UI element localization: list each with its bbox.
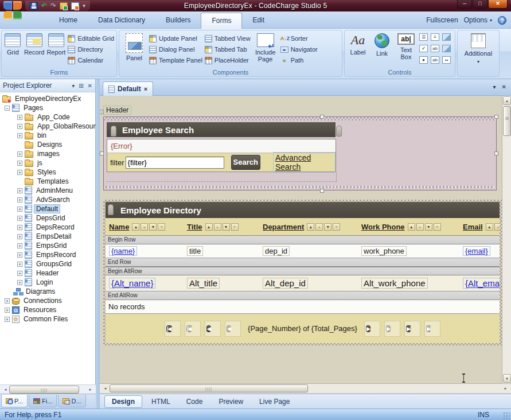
drag-handle[interactable] — [336, 126, 342, 137]
expand-icon[interactable] — [17, 216, 22, 221]
maximize-button[interactable]: □ — [473, 0, 487, 9]
expand-icon[interactable] — [17, 197, 22, 203]
sort-desc2-icon[interactable]: ▼ — [231, 223, 239, 231]
tree-item-designs[interactable]: Designs — [0, 140, 95, 149]
sort-asc2-icon[interactable]: ▲ — [214, 223, 221, 231]
email-link[interactable]: {email} — [463, 246, 490, 256]
sort-link-work-phone[interactable]: Work Phone — [361, 223, 405, 231]
view-tab-preview[interactable]: Preview — [212, 396, 250, 407]
sort-link-title[interactable]: Title — [187, 223, 202, 231]
tree-item-login[interactable]: Login — [0, 278, 95, 287]
checkbox-icon[interactable]: ✓ — [419, 45, 428, 52]
left-tab-project-explorer[interactable]: P... — [1, 395, 28, 407]
panel-splitter[interactable] — [96, 79, 100, 409]
view-tab-code[interactable]: Code — [180, 396, 210, 407]
fullscreen-button[interactable]: Fullscreen — [426, 16, 458, 24]
tree-item-app-code[interactable]: App_Code — [0, 112, 95, 122]
sort-desc2-icon[interactable]: ▼ — [158, 223, 165, 231]
alt-work-phone-cell[interactable]: Alt_work_phone — [361, 278, 428, 289]
sort-asc-icon[interactable]: ▲ — [307, 223, 314, 231]
selection-handle[interactable] — [320, 189, 324, 193]
hscroll-thumb[interactable] — [110, 384, 308, 392]
tab-builders[interactable]: Builders — [155, 11, 201, 29]
band-end-row[interactable]: End Row — [106, 258, 500, 267]
sort-link-name[interactable]: Name — [109, 223, 129, 231]
scroll-left-icon[interactable]: ◂ — [101, 384, 110, 392]
canvas-hscrollbar[interactable]: ◂ ▸ — [100, 383, 511, 393]
pager-last-disabled-button[interactable]: ▶| — [424, 321, 440, 337]
tree-item-header[interactable]: Header — [0, 269, 95, 278]
band-begin-altrow[interactable]: Begin AltRow — [106, 267, 500, 275]
scroll-right-icon[interactable]: ▸ — [86, 386, 95, 394]
expand-icon[interactable] — [17, 151, 22, 157]
selection-handle[interactable] — [494, 115, 498, 119]
selection-handle[interactable] — [100, 151, 104, 155]
pin-icon[interactable]: ⊞ — [79, 83, 83, 89]
expand-icon[interactable] — [17, 133, 22, 138]
expand-icon[interactable] — [17, 124, 22, 129]
tree-item-images[interactable]: images — [0, 149, 95, 158]
navigator-button[interactable]: ◂▸ Navigator — [280, 45, 318, 54]
alt-title-cell[interactable]: Alt_title — [187, 278, 220, 289]
pager-next-disabled-button[interactable]: ▶ — [384, 321, 400, 337]
resize-grip-icon[interactable] — [502, 411, 510, 419]
tree-item-bin[interactable]: bin — [0, 131, 95, 140]
tabbed-tab-button[interactable]: Tabbed Tab — [205, 45, 251, 54]
expand-icon[interactable] — [17, 170, 22, 175]
no-records-row[interactable]: No records — [106, 300, 500, 314]
sort-asc2-icon[interactable]: ▲ — [494, 223, 500, 231]
collapse-icon[interactable] — [5, 106, 10, 111]
tree-item-styles[interactable]: Styles — [0, 168, 95, 177]
tree-item-diagrams[interactable]: Diagrams — [0, 287, 95, 296]
expand-icon[interactable] — [5, 298, 10, 304]
hidden-icon[interactable]: •• — [442, 56, 451, 64]
expand-icon[interactable] — [17, 161, 22, 166]
pager-first-button[interactable]: |◀ — [165, 321, 181, 337]
view-tab-html[interactable]: HTML — [145, 396, 177, 407]
drag-handle[interactable] — [111, 126, 116, 137]
imagelink-icon[interactable] — [442, 45, 451, 52]
band-end-altrow[interactable]: End AltRow — [106, 291, 500, 300]
search-panel-titlebar[interactable]: Employee Search — [107, 122, 336, 137]
tree-item-common-files[interactable]: ⚙Common Files — [0, 314, 95, 324]
sort-asc-icon[interactable]: ▲ — [408, 223, 415, 231]
expand-icon[interactable] — [17, 243, 22, 248]
path-button[interactable]: » Path — [280, 56, 318, 65]
template-panel-button[interactable]: Template Panel — [149, 56, 202, 65]
sort-asc2-icon[interactable]: ▲ — [141, 223, 148, 231]
employee-directory-panel[interactable]: Employee Directory Name ▲▲▼▼ Title ▲▲▼▼ … — [103, 200, 502, 345]
filter-input[interactable] — [126, 157, 224, 169]
tree-item-advsearch[interactable]: AdvSearch — [0, 195, 95, 204]
tab-forms[interactable]: Forms — [201, 13, 242, 29]
listbox-icon[interactable]: ☰ — [419, 33, 428, 41]
tree-item-groupsgrid[interactable]: GroupsGrid — [0, 259, 95, 269]
doc-tab-default[interactable]: Default × — [103, 81, 153, 96]
sort-desc2-icon[interactable]: ▼ — [333, 223, 340, 231]
drag-handle[interactable] — [108, 204, 114, 215]
sort-asc-icon[interactable]: ▲ — [132, 223, 139, 231]
scroll-up-icon[interactable]: ▴ — [503, 96, 511, 105]
name-link[interactable]: {name} — [109, 246, 137, 256]
expand-icon[interactable] — [17, 262, 22, 267]
options-button[interactable]: Options — [464, 16, 487, 24]
left-tab-data[interactable]: D... — [58, 395, 85, 407]
button-icon[interactable]: ab — [431, 56, 439, 64]
tree-item-resources[interactable]: ΩResources — [0, 305, 95, 314]
tree-item-empsrecord[interactable]: EmpsRecord — [0, 250, 95, 259]
checkboxlist-icon[interactable]: ≡ — [431, 33, 439, 41]
sort-asc2-icon[interactable]: ▲ — [315, 223, 323, 231]
tree-item-connections[interactable]: Connections — [0, 296, 95, 305]
left-panel-hscrollbar[interactable]: ◂ ▸ — [0, 384, 96, 394]
sort-asc2-icon[interactable]: ▲ — [416, 223, 424, 231]
expand-icon[interactable] — [17, 207, 22, 212]
editable-grid-button[interactable]: Editable Grid — [68, 34, 114, 43]
tree-item-adminmenu[interactable]: AdminMenu — [0, 186, 95, 195]
codecharge-logo-icon[interactable] — [3, 1, 23, 21]
directory-button[interactable]: Directory — [68, 45, 114, 54]
pager-next-button[interactable]: ▶ — [364, 321, 380, 337]
minimize-button[interactable]: ─ — [457, 0, 472, 9]
label-button[interactable]: Aa Label — [347, 32, 369, 56]
selection-handle[interactable] — [494, 151, 498, 155]
scroll-left-icon[interactable]: ◂ — [1, 386, 10, 394]
tree-item-default[interactable]: Default — [0, 204, 95, 213]
